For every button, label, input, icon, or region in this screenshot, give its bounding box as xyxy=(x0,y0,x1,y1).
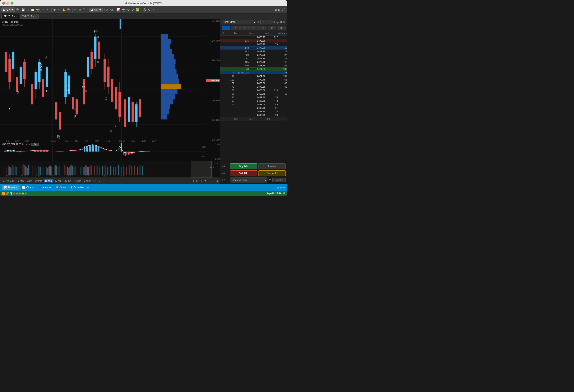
hand-icon[interactable]: ✋ xyxy=(62,8,66,12)
nav-forward-icon[interactable]: ▶ xyxy=(278,8,281,12)
table-row[interactable]: 43 2471.50 1058 xyxy=(220,67,287,71)
table-row[interactable]: 142 2472.75 245 xyxy=(220,50,287,53)
tf-print-icon[interactable]: 🖨 xyxy=(215,179,219,183)
wave-icon[interactable]: 〜 xyxy=(57,7,61,12)
main-chart[interactable]: EPU7 - 15 min (A)Daily Volume Profile xyxy=(0,19,220,142)
camera-icon[interactable]: 📷 xyxy=(36,8,40,12)
size-btn-3[interactable]: 3 xyxy=(240,26,249,30)
screenshot-icon[interactable]: 📸 xyxy=(122,8,126,12)
tab-scan[interactable]: 🔍 Scan xyxy=(54,185,68,190)
table-row[interactable]: 2473.75 227 xyxy=(220,36,287,39)
table-row[interactable]: 2473.25 79 xyxy=(220,43,287,46)
table-row[interactable]: 67 2469.75 132 xyxy=(220,92,287,96)
tf-eye-icon[interactable]: 👁 xyxy=(204,179,208,183)
size-btn-10[interactable]: 10 xyxy=(259,26,267,30)
size-btn-20[interactable]: 20 xyxy=(277,26,286,30)
fullscreen-icon[interactable]: ⛶ xyxy=(282,8,286,12)
cursor-icon[interactable]: ✚ xyxy=(53,8,56,12)
tf-7[interactable]: 7 xyxy=(98,179,102,182)
refresh-icon[interactable]: ↺ xyxy=(131,8,134,12)
qty-down[interactable]: ▼ xyxy=(271,22,273,24)
folder-icon[interactable]: 📁 xyxy=(30,8,35,12)
order-lock-icon[interactable]: 🔒 xyxy=(276,20,279,23)
tf-line-icon[interactable]: ≡ xyxy=(200,179,203,183)
lock-icon[interactable]: 🔒 xyxy=(142,8,147,12)
font-icon[interactable]: A xyxy=(106,8,109,12)
tab-epu7-close[interactable]: ✕ xyxy=(16,15,18,17)
table-row[interactable]: 7 2@2471.25 1363 xyxy=(220,71,287,75)
zoom-out-icon[interactable]: 🔍 xyxy=(67,8,71,12)
tab-add-button[interactable]: + xyxy=(39,14,42,18)
table-row[interactable]: 2468.25 29 xyxy=(220,113,287,117)
layout-icon[interactable]: ⊞ xyxy=(280,186,282,189)
tab-home-close[interactable]: ✕ xyxy=(16,186,18,189)
tf-bar-icon[interactable]: ⊟ xyxy=(191,179,194,183)
cancel-all-button[interactable]: Cancel All xyxy=(259,170,286,176)
bar-chart-icon[interactable]: 📊 xyxy=(116,8,121,12)
size-btn-1[interactable]: 1 xyxy=(222,26,230,30)
order-close-icon[interactable]: ✕ xyxy=(283,20,286,24)
quantity-input[interactable] xyxy=(260,20,271,24)
tab-optimize[interactable]: ⚙ Optimize xyxy=(68,185,85,190)
tab-home[interactable]: 📊 Home ✕ xyxy=(2,185,20,190)
tf-1hour[interactable]: 1 hour xyxy=(83,179,92,182)
crosshair-icon[interactable]: ⊕ xyxy=(78,8,81,12)
redo-icon[interactable]: ↪ xyxy=(47,8,50,12)
table-row[interactable]: 128 2470.00 129 xyxy=(220,89,287,92)
close-button[interactable] xyxy=(2,2,5,5)
grid-icon[interactable]: ⊞ xyxy=(26,8,30,12)
table-row[interactable]: 105 2472.00 421 xyxy=(220,60,287,64)
save-icon[interactable]: 💾 xyxy=(21,8,25,12)
pencil-icon[interactable]: ✏ xyxy=(74,8,77,12)
order-settings2-icon[interactable]: ≡ xyxy=(274,20,275,23)
font-size-icon[interactable]: A↕ xyxy=(109,8,114,12)
table-row[interactable]: 77 2470.50 625 xyxy=(220,81,287,85)
order-type-select[interactable]: Limit Order Market Order Stop Order xyxy=(222,20,256,24)
trade-icon[interactable]: 💹 xyxy=(135,8,140,12)
tf-candle-icon[interactable]: ⊞ xyxy=(196,179,199,183)
order-settings-icon[interactable]: ⚙ xyxy=(257,20,260,23)
settings-icon[interactable]: ⚙ xyxy=(127,8,130,12)
order-gear-icon[interactable]: ⚙ xyxy=(280,20,282,23)
buy-market-button[interactable]: Buy Mkt xyxy=(230,163,257,169)
tab-charts[interactable]: 📈 Charts xyxy=(20,185,36,190)
order-book[interactable]: 2473.75 227 375 2473.50 2473.25 xyxy=(220,36,287,162)
size-btn-5[interactable]: 5 xyxy=(249,26,258,30)
tf-15min[interactable]: 15 min xyxy=(44,179,53,182)
table-row[interactable]: 110 2470.75 551 xyxy=(220,78,287,81)
table-row[interactable]: 90 2472.50 275 xyxy=(220,53,287,57)
arc-icon[interactable]: ⌒ xyxy=(82,7,86,12)
macd-up-btn[interactable]: ▲ xyxy=(26,143,28,145)
account-select[interactable]: SIMmwaveapi xyxy=(230,177,267,182)
tab-account[interactable]: 👤 Account xyxy=(36,185,53,190)
tf-45min[interactable]: 45 min xyxy=(73,179,82,182)
tab-epu7[interactable]: EPU7 15m ✕ xyxy=(1,14,20,19)
table-row[interactable]: 375 2473.50 xyxy=(220,39,287,43)
undo-icon[interactable]: ↩ xyxy=(43,8,46,12)
prefs-icon[interactable]: ⚙ xyxy=(283,186,285,189)
tf-arrow-icon[interactable]: ⟺ xyxy=(209,179,214,183)
tf-10min[interactable]: 10 min xyxy=(34,179,43,182)
tf-5min[interactable]: 5 min xyxy=(25,179,34,182)
sell-market-button[interactable]: Sell Mkt xyxy=(230,170,257,176)
reverse-button[interactable]: Reverse xyxy=(272,178,286,182)
tf-1min[interactable]: 1 min xyxy=(17,179,25,182)
table-row[interactable]: 2468.50 34 xyxy=(220,110,287,113)
tf-more[interactable]: >> xyxy=(92,179,97,182)
timeframe-selector[interactable]: 15 min ▼ xyxy=(89,8,103,12)
table-row[interactable]: 116 2469.00 43 xyxy=(220,103,287,106)
table-row[interactable]: 62 2471.00 1318 xyxy=(220,75,287,78)
tab-ymu7-close[interactable]: ✕ xyxy=(35,15,36,17)
manage-tabs-icon[interactable]: ⊟ xyxy=(277,186,279,189)
account-dropdown-icon[interactable]: ▼ xyxy=(269,178,271,181)
table-row[interactable]: 69 2469.25 49 xyxy=(220,99,287,103)
table-row[interactable]: 2468.75 21 xyxy=(220,106,287,110)
tab-ymu7[interactable]: YMU7 15m ✕ xyxy=(20,14,39,19)
flatten-button[interactable]: Flatten xyxy=(259,163,286,169)
minimize-button[interactable] xyxy=(6,2,9,5)
close-icon[interactable]: ✕ xyxy=(152,8,155,12)
symbol-selector[interactable]: EPU7 ▼ xyxy=(1,7,15,12)
table-row[interactable]: 146 2469.50 78 xyxy=(220,96,287,99)
tf-30min[interactable]: 30 min xyxy=(63,179,73,182)
table-row[interactable]: 148 2473.00 137 xyxy=(220,46,287,50)
